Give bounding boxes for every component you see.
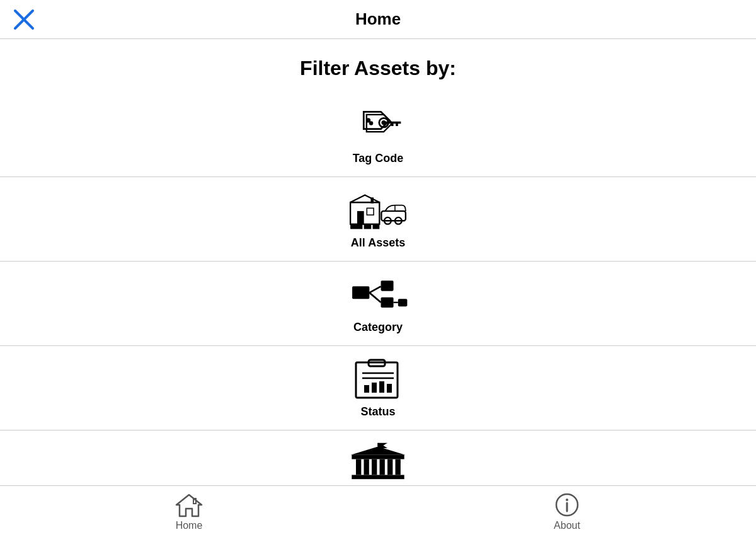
menu-item-category[interactable]: Category — [0, 262, 756, 346]
svg-rect-17 — [373, 224, 380, 229]
svg-rect-35 — [364, 459, 369, 475]
lga-icon — [346, 442, 410, 485]
filter-heading: Filter Assets by: — [0, 39, 756, 93]
svg-rect-32 — [387, 384, 392, 393]
svg-rect-36 — [372, 459, 377, 475]
about-nav-icon — [551, 492, 583, 517]
svg-marker-55 — [176, 495, 202, 516]
svg-rect-10 — [370, 197, 374, 203]
svg-point-5 — [381, 120, 386, 125]
svg-rect-8 — [367, 208, 374, 215]
svg-rect-24 — [398, 299, 408, 306]
menu-item-status[interactable]: Status — [0, 346, 756, 430]
status-icon — [346, 357, 410, 401]
svg-rect-29 — [364, 385, 369, 393]
svg-point-3 — [369, 121, 373, 125]
svg-marker-9 — [350, 195, 379, 202]
svg-rect-21 — [381, 280, 394, 291]
main-content: Filter Assets by: — [0, 39, 756, 485]
home-nav-icon — [173, 492, 205, 517]
nav-home[interactable]: Home — [0, 486, 378, 537]
svg-rect-34 — [356, 459, 361, 475]
svg-line-19 — [369, 286, 381, 292]
header-title: Home — [355, 9, 401, 29]
about-nav-label: About — [554, 520, 580, 531]
bottom-navigation: Home About — [0, 485, 756, 537]
nav-about[interactable]: About — [378, 486, 756, 537]
tag-code-icon — [346, 104, 410, 148]
svg-rect-30 — [372, 383, 377, 393]
category-icon — [346, 273, 410, 317]
svg-point-58 — [566, 499, 568, 501]
menu-item-lga[interactable]: L.G.A. — [0, 430, 756, 485]
svg-line-20 — [369, 292, 381, 302]
svg-rect-38 — [387, 459, 392, 475]
svg-rect-18 — [352, 286, 369, 299]
all-assets-icon — [346, 188, 410, 233]
svg-rect-39 — [396, 459, 401, 475]
svg-rect-33 — [352, 475, 404, 480]
svg-rect-22 — [381, 297, 394, 308]
svg-rect-6 — [350, 202, 379, 224]
close-button[interactable] — [13, 8, 35, 31]
svg-rect-7 — [357, 211, 364, 224]
svg-rect-15 — [350, 224, 362, 229]
app-header: Home — [0, 0, 756, 39]
svg-rect-40 — [352, 455, 404, 459]
svg-marker-43 — [378, 443, 387, 448]
menu-item-tag-code[interactable]: Tag Code — [0, 93, 756, 177]
svg-rect-37 — [380, 459, 385, 475]
menu-label-category: Category — [353, 321, 403, 334]
menu-label-all-assets: All Assets — [351, 236, 405, 250]
svg-rect-16 — [364, 224, 372, 229]
svg-rect-31 — [379, 381, 384, 393]
home-nav-label: Home — [176, 520, 203, 531]
menu-label-status: Status — [360, 405, 395, 419]
menu-item-all-assets[interactable]: All Assets — [0, 177, 756, 262]
close-icon — [13, 8, 35, 31]
menu-label-tag-code: Tag Code — [353, 152, 404, 165]
